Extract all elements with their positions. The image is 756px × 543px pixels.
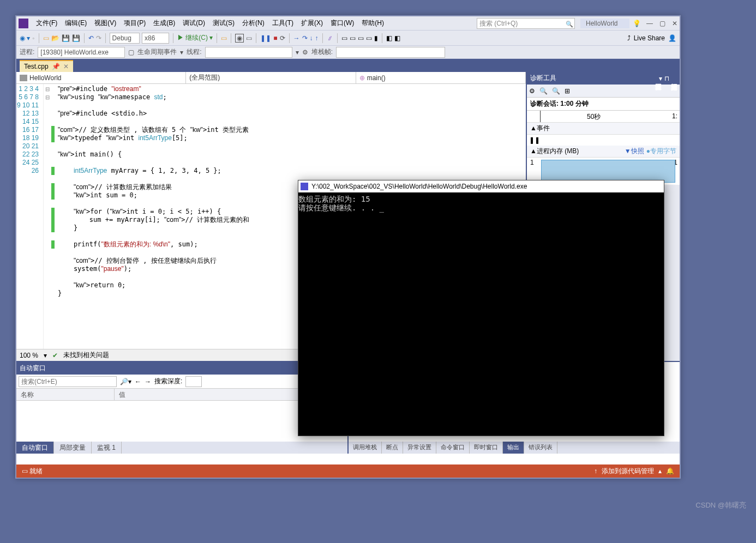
console-titlebar[interactable]: Y:\002_WorkSpace\002_VS\HelloWorld\Hello… xyxy=(298,180,664,192)
diag-memory-header[interactable]: ▲进程内存 (MB) ▼快照 ●专用字节 xyxy=(527,146,680,158)
file-tab-test-cpp[interactable]: Test.cpp 📌 ✕ xyxy=(20,60,73,72)
menu-item[interactable]: 生成(B) xyxy=(150,17,178,29)
nav-scope-dropdown[interactable]: (全局范围) xyxy=(186,72,356,83)
notifications-icon[interactable]: 🔔 xyxy=(666,467,674,475)
tab-调用堆栈[interactable]: 调用堆栈 xyxy=(349,442,382,454)
menu-item[interactable]: 文件(F) xyxy=(33,17,61,29)
navigation-bar: HelloWorld (全局范围) ⊕main() xyxy=(16,72,526,84)
tb-icon[interactable]: ▭ xyxy=(341,34,347,42)
zoom-dropdown[interactable]: 100 % xyxy=(20,352,38,359)
right-side-tabs[interactable]: 解决方案资源管理器团队资源管理器 xyxy=(669,75,680,82)
tab-监视 1[interactable]: 监视 1 xyxy=(92,442,122,454)
nav-function-dropdown[interactable]: ⊕main() xyxy=(356,72,526,83)
config-dropdown[interactable]: Debug xyxy=(110,33,140,44)
autos-search-input[interactable] xyxy=(19,376,117,387)
menu-item[interactable]: 调试(D) xyxy=(179,17,208,29)
nav-project-dropdown[interactable]: HelloWorld xyxy=(16,72,186,83)
nav-back-icon[interactable]: ← xyxy=(135,378,141,385)
settings-icon[interactable]: ⚙ xyxy=(529,87,535,95)
tab-命令窗口[interactable]: 命令窗口 xyxy=(436,442,470,454)
console-window[interactable]: Y:\002_WorkSpace\002_VS\HelloWorld\Hello… xyxy=(298,180,664,436)
lifecycle-icon[interactable]: ▢ xyxy=(128,49,134,56)
maximize-button[interactable]: ▢ xyxy=(659,20,665,27)
forward-icon[interactable]: ◦ xyxy=(32,34,34,42)
nav-fwd-icon[interactable]: → xyxy=(145,378,151,385)
platform-dropdown[interactable]: x86 xyxy=(142,33,169,44)
menu-item[interactable]: 编辑(E) xyxy=(62,17,90,29)
pause-icon[interactable]: ❚❚ xyxy=(529,136,540,144)
menu-item[interactable]: 视图(V) xyxy=(91,17,119,29)
tab-自动窗口[interactable]: 自动窗口 xyxy=(16,442,54,454)
menu-item[interactable]: 帮助(H) xyxy=(358,17,387,29)
save-icon[interactable]: 💾 xyxy=(62,34,70,42)
tb-icon[interactable]: ◉ xyxy=(235,34,244,43)
continue-button[interactable]: ▶ 继续(C) ▾ xyxy=(177,33,213,43)
menu-item[interactable]: 窗口(W) xyxy=(327,17,357,29)
scm-button[interactable]: 添加到源代码管理 xyxy=(602,467,654,476)
close-button[interactable]: ✕ xyxy=(672,20,677,27)
feedback-icon[interactable]: 👤 xyxy=(668,34,676,42)
reset-icon[interactable]: ⊞ xyxy=(565,87,570,95)
step-icon[interactable]: → xyxy=(293,34,300,42)
tb-icon[interactable]: ▾ xyxy=(296,49,299,56)
restart-icon[interactable]: ⟳ xyxy=(280,34,285,42)
tb-icon[interactable]: ▭ xyxy=(221,34,227,42)
save-all-icon[interactable]: 💾 xyxy=(72,34,80,42)
tb-icon[interactable]: ⫽ xyxy=(327,34,333,42)
search-icon[interactable]: 🔎▾ xyxy=(120,378,131,385)
fold-column[interactable]: ⊟ ⊟ xyxy=(44,84,51,349)
tab-异常设置[interactable]: 异常设置 xyxy=(403,442,436,454)
live-share-button[interactable]: Live Share xyxy=(634,34,665,42)
vs-logo-icon xyxy=(19,19,28,28)
col-value[interactable]: 值 xyxy=(115,389,320,400)
minimize-button[interactable]: — xyxy=(646,20,653,27)
diagnostics-timeline[interactable]: 50秒 1: xyxy=(527,111,680,123)
thread-dropdown[interactable] xyxy=(205,47,292,58)
standard-toolbar: ◉ ▾ ◦ ▭ 📂 💾 💾 ↶ ↷ Debug x86 ▶ 继续(C) ▾ ▭ … xyxy=(16,31,680,46)
new-icon[interactable]: ▭ xyxy=(43,34,49,42)
back-icon[interactable]: ◉ ▾ xyxy=(20,34,30,42)
close-tab-icon[interactable]: ✕ xyxy=(63,63,69,70)
tb-icon[interactable]: ◧ xyxy=(386,34,392,42)
tb-icon[interactable]: ▭ xyxy=(366,34,372,42)
stackframe-dropdown[interactable] xyxy=(336,47,445,58)
stop-icon[interactable]: ■ xyxy=(273,34,277,42)
step-out-icon[interactable]: ↑ xyxy=(315,34,319,42)
thread-label: 线程: xyxy=(187,47,201,57)
tb-icon[interactable]: ▮ xyxy=(374,34,378,42)
step-over-icon[interactable]: ↷ xyxy=(302,34,308,42)
tb-icon[interactable]: ⚙ xyxy=(302,49,308,56)
process-dropdown[interactable]: [19380] HelloWorld.exe xyxy=(38,47,125,58)
tb-icon[interactable]: ▭ xyxy=(350,34,356,42)
pin-icon[interactable]: 📌 xyxy=(52,63,60,70)
zoom-out-icon[interactable]: 🔍 xyxy=(552,87,560,95)
tab-局部变量[interactable]: 局部变量 xyxy=(54,442,92,454)
tb-icon[interactable]: ◧ xyxy=(394,34,400,42)
search-depth-dropdown[interactable] xyxy=(185,376,202,387)
quick-search-input[interactable]: 搜索 (Ctrl+Q) xyxy=(477,18,575,29)
menu-item[interactable]: 项目(P) xyxy=(121,17,149,29)
menu-item[interactable]: 测试(S) xyxy=(209,17,238,29)
status-ready: 就绪 xyxy=(29,467,43,476)
menu-item[interactable]: 分析(N) xyxy=(239,17,268,29)
tab-错误列表[interactable]: 错误列表 xyxy=(524,442,557,454)
zoom-in-icon[interactable]: 🔍 xyxy=(539,87,548,95)
tab-断点[interactable]: 断点 xyxy=(382,442,403,454)
col-name[interactable]: 名称 xyxy=(16,389,115,400)
step-into-icon[interactable]: ↓ xyxy=(310,34,313,42)
diagnostics-session: 诊断会话: 1:00 分钟 xyxy=(527,98,680,111)
open-icon[interactable]: 📂 xyxy=(51,34,59,42)
diag-events-header[interactable]: ▲事件 xyxy=(527,123,680,135)
scm-icon[interactable]: ↑ xyxy=(594,467,597,475)
tab-输出[interactable]: 输出 xyxy=(503,442,524,454)
tb-icon[interactable]: ▭ xyxy=(246,34,252,42)
live-share-icon[interactable]: ⤴ xyxy=(627,34,631,42)
notification-icon[interactable]: 💡 xyxy=(633,20,641,27)
tb-icon[interactable]: ▭ xyxy=(358,34,364,42)
pause-icon[interactable]: ❚❚ xyxy=(260,34,271,42)
menu-item[interactable]: 扩展(X) xyxy=(298,17,326,29)
undo-icon[interactable]: ↶ xyxy=(88,34,94,42)
tab-即时窗口[interactable]: 即时窗口 xyxy=(470,442,503,454)
menu-item[interactable]: 工具(T) xyxy=(269,17,297,29)
redo-icon[interactable]: ↷ xyxy=(96,34,101,42)
